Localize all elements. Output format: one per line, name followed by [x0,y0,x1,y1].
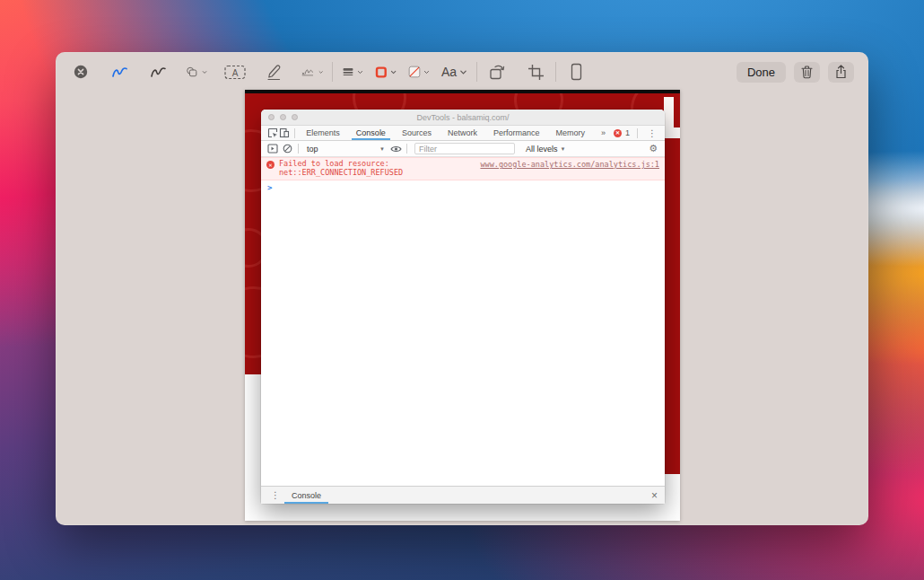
drawer-menu-kebab-icon[interactable]: ⋮ [268,490,283,500]
devtools-menu-kebab-icon[interactable]: ⋮ [645,128,659,138]
tab-console[interactable]: Console [348,126,394,140]
chevron-down-icon [318,68,323,76]
console-settings-gear-icon[interactable]: ⚙ [649,143,660,154]
tabbar-divider [637,128,638,138]
toolbar-divider [332,62,333,82]
error-text: Failed to load resource: net::ERR_CONNEC… [279,160,403,177]
shapes-icon[interactable] [186,61,207,83]
devtools-tabbar: Elements Console Sources Network Perform… [261,126,665,141]
svg-text:A: A [232,67,239,77]
markup-toolbar: A Aa [56,52,868,92]
highlight-pencil-icon[interactable] [263,61,284,83]
error-source-link[interactable]: www.google-analytics.com/analytics.js:1 [480,160,659,177]
tab-network[interactable]: Network [440,126,485,140]
device-icon[interactable] [565,61,587,83]
drawer-tab-console[interactable]: Console [283,487,330,504]
rotate-icon[interactable] [486,61,508,83]
share-button[interactable] [828,62,854,83]
webpage-red-hero-right [665,93,680,474]
console-error-message: ✕ Failed to load resource: net::ERR_CONN… [261,157,665,180]
done-button[interactable]: Done [737,62,786,83]
more-tabs-button[interactable]: » [593,126,614,140]
sketch-pen-blue-icon[interactable] [109,61,130,83]
inspect-element-icon[interactable] [266,127,278,139]
text-style-label: Aa [441,65,457,79]
border-color-icon[interactable] [375,61,397,83]
signature-icon[interactable] [301,61,323,83]
chevron-down-icon [390,68,397,76]
console-prompt[interactable]: > [261,180,665,192]
sketch-pen-icon[interactable] [147,61,169,83]
log-level-select[interactable]: All levels ▼ [526,145,565,154]
prompt-chevron-icon: > [267,183,272,192]
captured-screenshot: DevTools - balsamiq.com/ Elements Consol… [245,90,680,521]
error-icon: ✕ [266,161,275,169]
devtools-window: DevTools - balsamiq.com/ Elements Consol… [261,110,665,504]
javascript-context-select[interactable]: top ▼ [302,145,388,154]
screenshot-markup-window: A Aa [56,52,868,525]
toolbar-divider [476,62,477,82]
trash-button[interactable] [794,62,820,83]
drawer-close-icon[interactable]: × [651,489,658,502]
close-icon[interactable] [70,61,92,83]
clear-console-icon[interactable] [280,143,294,155]
filter-input[interactable] [414,143,515,154]
dropdown-arrow-icon: ▼ [561,146,566,152]
chevron-down-icon [357,68,363,76]
tab-performance[interactable]: Performance [485,126,548,140]
chevron-down-icon [423,68,430,76]
stroke-weight-icon[interactable] [342,61,363,83]
chevron-down-icon [459,68,467,76]
share-icon [835,65,847,79]
tab-memory[interactable]: Memory [547,126,593,140]
devtools-window-title: DevTools - balsamiq.com/ [261,113,665,122]
devtools-titlebar[interactable]: DevTools - balsamiq.com/ [261,110,665,126]
toolbar-divider [406,144,407,154]
live-expression-eye-icon[interactable] [388,143,403,155]
tab-elements[interactable]: Elements [298,126,348,140]
text-box-icon[interactable]: A [224,61,246,83]
console-sidebar-toggle-icon[interactable] [266,143,280,155]
toolbar-right-group: Done [737,62,854,83]
text-style-icon[interactable]: Aa [441,61,467,83]
console-toolbar: top ▼ All levels ▼ ⚙ [261,141,665,157]
fill-color-icon[interactable] [408,61,430,83]
toolbar-divider [298,144,299,154]
device-toolbar-icon[interactable] [278,127,290,139]
chevron-down-icon [202,68,207,76]
dropdown-arrow-icon: ▼ [379,146,388,152]
tabbar-divider [294,128,295,138]
error-count: 1 [625,128,630,137]
tab-sources[interactable]: Sources [394,126,440,140]
devtools-drawer: ⋮ Console × [261,486,665,504]
crop-icon[interactable] [525,61,546,83]
trash-icon [801,66,813,79]
error-count-badge-icon[interactable]: ✕ [614,129,622,137]
toolbar-divider [555,62,556,82]
